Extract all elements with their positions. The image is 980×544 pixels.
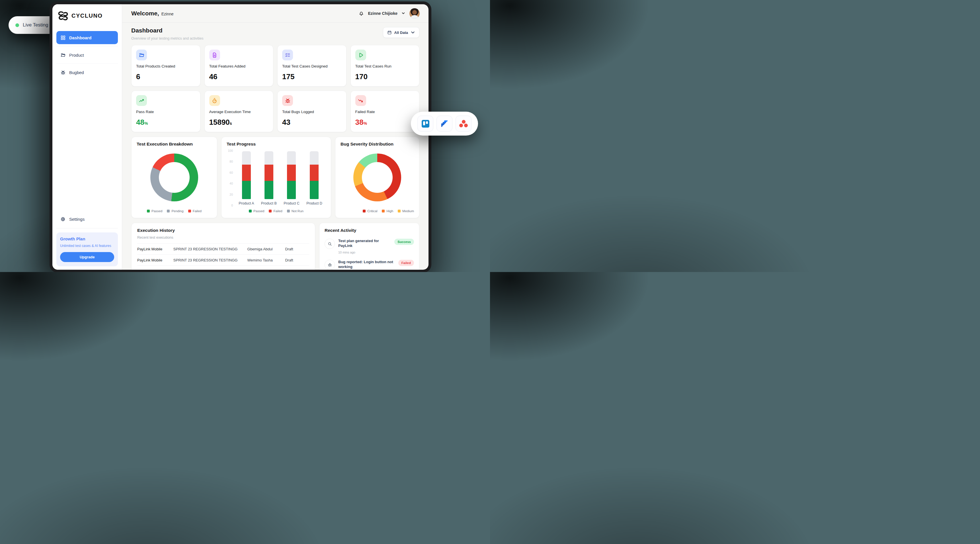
title-row: Dashboard Overview of your testing metri… [131,27,419,40]
notification-bell-icon[interactable] [358,11,364,16]
page-title: Dashboard [131,27,204,34]
stat-card-features-added: Total Features Added 46 [204,45,274,86]
stat-value: 43 [282,118,342,127]
table-row[interactable]: PayLink MobileSPRINT 23 REGRESSION TESTI… [137,244,309,255]
execution-history-subtitle: Recent test executions [137,236,309,244]
trello-icon[interactable] [417,116,433,132]
jira-icon[interactable] [436,116,452,132]
charts-row: Test Execution Breakdown PassedPendingFa… [131,137,419,218]
stat-card-avg-execution-time: Average Execution Time 15890s [204,91,274,132]
bar-segment [287,151,296,164]
stat-value: 175 [282,72,342,81]
status-badge: Success [395,239,414,245]
checklist-icon [285,52,291,58]
execution-history-table: PayLink MobileSPRINT 23 REGRESSION TESTI… [137,244,309,266]
bar-segment [264,151,273,164]
y-tick-label: 40 [229,182,233,185]
stat-label: Total Bugs Logged [282,110,342,114]
brand-name: CYCLUNO [72,13,102,19]
sidebar-item-bugbed[interactable]: Bugbed [56,66,118,79]
table-row[interactable]: PayLink MobileSPRINT 23 REGRESSION TESTI… [137,255,309,266]
stat-label: Failed Rate [355,110,415,114]
stat-label: Total Test Cases Designed [282,64,342,69]
stat-value: 6 [136,72,196,81]
bar-column: Product D [306,151,322,205]
bar-segment [242,151,251,164]
bar-segment [310,181,318,199]
bar-column: Product B [261,151,277,205]
legend-item: Medium [398,209,414,213]
stopwatch-icon [212,98,218,104]
page-subtitle: Overview of your testing metrics and act… [131,37,204,40]
bug-icon [285,98,291,104]
plan-title: Growth Plan [60,236,114,241]
bar-segment [242,181,251,199]
table-cell: PayLink Mobile [137,247,173,251]
sidebar-item-label: Bugbed [69,70,84,75]
stats-grid: Total Products Created 6 Total Features … [131,45,419,132]
stat-card-bugs-logged: Total Bugs Logged 43 [277,91,347,132]
dashboard-grid-icon [60,35,66,40]
y-tick-label: 100 [228,149,233,152]
live-status-dot [15,23,19,27]
stat-card-pass-rate: Pass Rate 48% [131,91,200,132]
activity-item[interactable]: Test plan generated for PayLink 10 mins … [325,239,414,254]
sidebar-item-label: Product [69,53,84,57]
activity-time: 10 mins ago [338,250,391,254]
legend-item: Critical [363,209,377,213]
activity-item[interactable]: Bug reported: Login button not working F… [325,260,414,270]
bar-column: Product A [239,151,254,205]
chevron-down-icon [410,30,415,35]
sidebar-nav: Dashboard Product Bugbed [56,31,118,79]
upgrade-button[interactable]: Upgrade [60,252,114,262]
x-axis-label: Product B [261,201,277,205]
avatar[interactable] [409,8,420,19]
settings-label: Settings [69,217,84,222]
bug-severity-donut [353,153,401,201]
chart-legend: CriticalHighMedium [340,208,414,214]
chart-title: Test Execution Breakdown [137,142,212,147]
sidebar-item-settings[interactable]: Settings [56,213,118,226]
brand-logo: CYCLUNO [56,10,118,21]
stat-value: 38% [355,118,415,127]
bar-segment [310,151,318,164]
table-cell: Gbemiga Abdul [247,247,285,251]
chart-legend: PassedPendingFailed [137,208,212,214]
user-name[interactable]: Ezinne Chijioke [368,11,398,16]
stat-value: 46 [209,72,269,81]
y-axis: 100806040200 [227,151,235,205]
bar-segment [264,181,273,199]
execution-history-title: Execution History [137,228,309,233]
stat-value: 48% [136,118,196,127]
cycluno-logo-icon [57,11,69,21]
bar-segment [287,181,296,199]
status-badge: Failed [398,260,414,266]
date-filter-button[interactable]: All Data [383,27,419,38]
stat-label: Total Products Created [136,64,196,69]
trending-up-icon [138,98,145,104]
stat-label: Pass Rate [136,110,196,114]
activity-title: Test plan generated for PayLink [338,239,391,248]
sidebar-item-dashboard[interactable]: Dashboard [56,31,118,44]
live-testing-label: Live Testing [23,22,48,28]
chart-title: Bug Severity Distribution [340,142,414,147]
stat-label: Total Test Cases Run [355,64,415,69]
x-axis-label: Product D [306,201,322,205]
execution-history-card: Execution History Recent test executions… [131,223,315,270]
gear-icon [60,217,66,222]
sidebar-item-product[interactable]: Product [56,48,118,62]
stat-card-failed-rate: Failed Rate 38% [350,91,420,132]
search-icon [325,239,335,249]
sidebar-spacer [56,79,118,213]
welcome-label: Welcome, [131,10,159,17]
bar-segment [310,164,318,181]
stat-label: Total Features Added [209,64,269,69]
chart-test-execution-breakdown: Test Execution Breakdown PassedPendingFa… [131,137,217,218]
stat-label: Average Execution Time [209,110,269,114]
bar-segment [242,164,251,181]
chevron-down-icon[interactable] [401,11,405,15]
table-cell: Wemimo Tasha [247,258,285,262]
bar-segment [264,164,273,181]
asana-icon[interactable] [455,116,471,132]
integrations-tray [411,112,478,136]
